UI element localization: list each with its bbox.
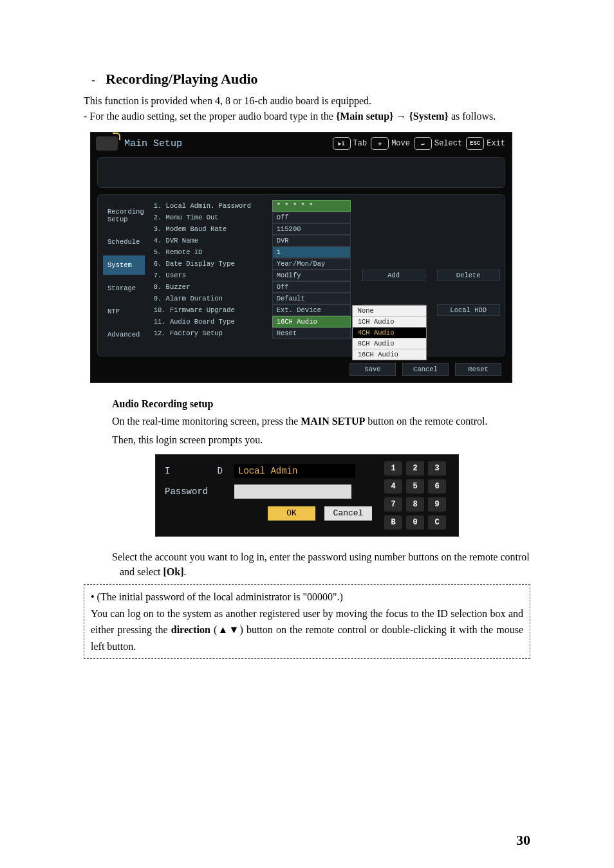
dvr-side-tabs: Recording Setup Schedule System Storage … — [98, 200, 149, 347]
dvr-main-setup-screenshot: Main Setup ▶ITab ✥Move ↵Select ESCExit R… — [90, 132, 512, 383]
settings-row: 7. UsersModifyAddDelete — [149, 270, 500, 281]
settings-row-button[interactable]: Add — [362, 270, 425, 281]
settings-row-label: 2. Menu Time Out — [149, 214, 272, 221]
settings-row: 8. BuzzerOff — [149, 281, 500, 293]
note-line-2: You can log on to the system as another … — [91, 605, 523, 655]
dvr-reset-button[interactable]: Reset — [455, 363, 501, 376]
keypad-key[interactable]: 9 — [428, 497, 446, 512]
settings-row-label: 12. Factory Setup — [149, 329, 272, 337]
settings-row-value[interactable]: Ext. Device — [272, 304, 351, 316]
intro-line-1: This function is provided when 4, 8 or 1… — [84, 94, 530, 108]
login-ok-button[interactable]: OK — [268, 506, 315, 521]
dvr-save-button[interactable]: Save — [349, 363, 396, 376]
dvr-window-title: Main Setup — [124, 138, 182, 149]
dvr-logo-icon — [96, 136, 118, 151]
settings-row-button[interactable]: Local HDD — [437, 304, 500, 316]
audio-board-dropdown[interactable]: None1CH Audio4CH Audio8CH Audio16CH Audi… — [352, 305, 427, 360]
dvr-cancel-button[interactable]: Cancel — [402, 363, 449, 376]
keypad-key[interactable]: B — [384, 515, 402, 530]
settings-row-label: 11. Audio Board Type — [149, 318, 272, 326]
settings-row-label: 5. Remote ID — [149, 248, 272, 256]
keypad-key[interactable]: 0 — [406, 515, 424, 530]
settings-row-value[interactable]: Year/Mon/Day — [272, 258, 351, 270]
settings-row: 6. Date Display TypeYear/Mon/Day — [149, 258, 500, 270]
settings-row: 1. Local Admin. Password* * * * * — [149, 200, 500, 212]
dvr-key-hints: ▶ITab ✥Move ↵Select ESCExit — [333, 137, 505, 150]
dvr-tab-advanced[interactable]: Advanced — [103, 325, 145, 344]
settings-row-value[interactable]: 1 — [272, 246, 351, 258]
settings-row: 12. Factory SetupReset — [149, 328, 500, 339]
settings-row-value[interactable]: Modify — [272, 270, 351, 281]
heading-title: Recording/Playing Audio — [106, 71, 258, 87]
settings-row-value[interactable]: Off — [272, 212, 351, 223]
login-id-label-d: D — [218, 466, 223, 476]
settings-row-value[interactable]: Default — [272, 293, 351, 304]
settings-row-value[interactable]: DVR — [272, 235, 351, 246]
keypad-key[interactable]: 8 — [406, 497, 424, 512]
keypad-key[interactable]: 2 — [406, 461, 424, 476]
dvr-tab-ntp[interactable]: NTP — [103, 302, 145, 321]
settings-row-label: 3. Modem Baud Rate — [149, 225, 272, 233]
settings-row: 2. Menu Time OutOff — [149, 212, 500, 223]
dvr-tab-schedule[interactable]: Schedule — [103, 232, 145, 252]
after-login-p1: Select the account you want to log in, e… — [120, 549, 530, 579]
settings-row-button[interactable]: Delete — [437, 270, 500, 281]
audio-recording-setup-heading: Audio Recording setup — [112, 398, 530, 410]
settings-row-label: 10. Firmware Upgrade — [149, 306, 272, 314]
audio-board-option[interactable]: 4CH Audio — [353, 328, 426, 338]
section-heading: - Recording/Playing Audio — [84, 71, 530, 88]
keypad-key[interactable]: 1 — [384, 461, 402, 476]
login-screenshot: I D Local Admin Password OK Cancel 12345… — [155, 454, 459, 537]
settings-row: 3. Modem Baud Rate115200 — [149, 223, 500, 235]
heading-dash: - — [84, 73, 103, 87]
audio-board-option[interactable]: 8CH Audio — [353, 338, 426, 349]
intro-line-2: - For the audio setting, set the proper … — [84, 109, 530, 124]
dvr-tab-system[interactable]: System — [103, 255, 145, 275]
login-password-label: Password — [165, 486, 223, 497]
settings-row-label: 8. Buzzer — [149, 283, 272, 291]
settings-row: 11. Audio Board Type16CH Audio — [149, 316, 500, 328]
audio-setup-p2: Then, this login screen prompts you. — [112, 432, 530, 447]
settings-row-value[interactable]: 16CH Audio — [272, 316, 351, 328]
keypad-key[interactable]: C — [428, 515, 446, 530]
dvr-top-panel — [97, 157, 505, 188]
settings-row-label: 1. Local Admin. Password — [149, 202, 272, 210]
login-cancel-button[interactable]: Cancel — [324, 506, 372, 521]
settings-row: 4. DVR NameDVR — [149, 235, 500, 246]
audio-board-option[interactable]: 16CH Audio — [353, 349, 426, 360]
audio-board-option[interactable]: 1CH Audio — [353, 317, 426, 328]
note-line-1: • (The initial password of the local adm… — [91, 589, 523, 605]
keypad-key[interactable]: 4 — [384, 479, 402, 494]
keypad-key[interactable]: 7 — [384, 497, 402, 512]
settings-row-value[interactable]: * * * * * — [272, 200, 351, 212]
tab-key-icon: ▶I — [333, 137, 351, 150]
settings-row-value[interactable]: Off — [272, 281, 351, 293]
exit-key-icon: ESC — [466, 137, 484, 150]
dvr-tab-recording-setup[interactable]: Recording Setup — [103, 203, 145, 228]
keypad-key[interactable]: 5 — [406, 479, 424, 494]
settings-row-label: 9. Alarm Duration — [149, 295, 272, 302]
audio-board-option[interactable]: None — [353, 306, 426, 317]
dvr-settings-list: 1. Local Admin. Password* * * * *2. Menu… — [149, 200, 507, 347]
login-id-label-i: I — [165, 466, 170, 476]
keypad-key[interactable]: 6 — [428, 479, 446, 494]
settings-row: 10. Firmware UpgradeExt. DeviceCD-R/CD-R… — [149, 304, 500, 316]
dvr-tab-storage[interactable]: Storage — [103, 279, 145, 298]
login-id-select[interactable]: Local Admin — [234, 464, 355, 478]
settings-row: 5. Remote ID1 — [149, 246, 500, 258]
select-key-icon: ↵ — [414, 137, 432, 150]
settings-row-value[interactable]: 115200 — [272, 223, 351, 235]
settings-row-label: 7. Users — [149, 272, 272, 279]
move-key-icon: ✥ — [371, 137, 389, 150]
login-keypad: 123456789B0C — [372, 455, 458, 536]
note-box: • (The initial password of the local adm… — [84, 584, 530, 659]
settings-row-label: 6. Date Display Type — [149, 260, 272, 268]
login-password-input[interactable] — [234, 485, 351, 499]
page-number: 30 — [516, 832, 530, 849]
keypad-key[interactable]: 3 — [428, 461, 446, 476]
audio-setup-p1: On the real-time monitoring screen, pres… — [112, 414, 530, 429]
settings-row: 9. Alarm DurationDefault — [149, 293, 500, 304]
settings-row-value[interactable]: Reset — [272, 328, 351, 339]
settings-row-label: 4. DVR Name — [149, 237, 272, 245]
